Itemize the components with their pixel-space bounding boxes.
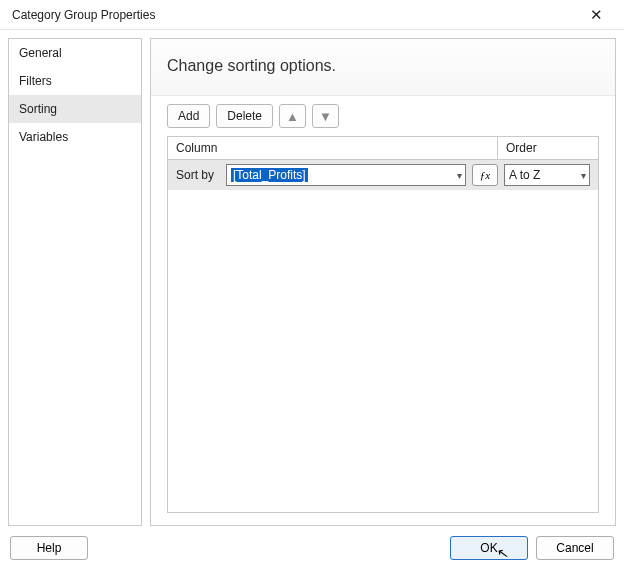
sort-toolbar: Add Delete ▲ ▼ — [167, 104, 599, 128]
delete-button[interactable]: Delete — [216, 104, 273, 128]
delete-button-label: Delete — [227, 109, 262, 123]
column-header-order: Order — [498, 137, 598, 159]
window-title: Category Group Properties — [12, 8, 576, 22]
ok-button[interactable]: OK ↖ — [450, 536, 528, 560]
sidebar-item-general[interactable]: General — [9, 39, 141, 67]
move-up-button[interactable]: ▲ — [279, 104, 306, 128]
sort-row-label: Sort by — [176, 168, 220, 182]
sort-order-combo[interactable]: A to Z ▾ — [504, 164, 590, 186]
dialog-window: Category Group Properties ✕ General Filt… — [0, 0, 624, 570]
main-header: Change sorting options. — [151, 39, 615, 96]
chevron-down-icon: ▾ — [581, 170, 586, 181]
sort-order-value: A to Z — [509, 168, 540, 182]
page-heading: Change sorting options. — [167, 57, 599, 75]
titlebar: Category Group Properties ✕ — [0, 0, 624, 30]
ok-button-label: OK — [480, 541, 497, 555]
sort-expression-value: [Total_Profits] — [231, 168, 308, 182]
help-button[interactable]: Help — [10, 536, 88, 560]
dialog-body: General Filters Sorting Variables Change… — [0, 30, 624, 530]
fx-icon: ƒx — [480, 169, 490, 181]
dialog-footer: Help OK ↖ Cancel — [0, 530, 624, 570]
sort-grid-header: Column Order — [168, 137, 598, 160]
sidebar-item-filters[interactable]: Filters — [9, 67, 141, 95]
cancel-button-label: Cancel — [556, 541, 593, 555]
add-button[interactable]: Add — [167, 104, 210, 128]
sidebar-item-label: Filters — [19, 74, 52, 88]
sort-grid: Column Order Sort by [Total_Profits] ▾ ƒ… — [167, 136, 599, 513]
help-button-label: Help — [37, 541, 62, 555]
sidebar-item-label: General — [19, 46, 62, 60]
cursor-icon: ↖ — [496, 544, 511, 562]
add-button-label: Add — [178, 109, 199, 123]
sidebar-item-label: Sorting — [19, 102, 57, 116]
column-header-column: Column — [168, 137, 498, 159]
sidebar-item-sorting[interactable]: Sorting — [9, 95, 141, 123]
sort-expression-combo[interactable]: [Total_Profits] ▾ — [226, 164, 466, 186]
arrow-down-icon: ▼ — [319, 109, 332, 124]
arrow-up-icon: ▲ — [286, 109, 299, 124]
chevron-down-icon: ▾ — [457, 170, 462, 181]
cancel-button[interactable]: Cancel — [536, 536, 614, 560]
expression-builder-button[interactable]: ƒx — [472, 164, 498, 186]
sidebar-item-variables[interactable]: Variables — [9, 123, 141, 151]
sort-row: Sort by [Total_Profits] ▾ ƒx A to Z ▾ — [168, 160, 598, 190]
move-down-button[interactable]: ▼ — [312, 104, 339, 128]
nav-sidebar: General Filters Sorting Variables — [8, 38, 142, 526]
close-icon: ✕ — [590, 6, 603, 24]
main-panel: Change sorting options. Add Delete ▲ ▼ — [150, 38, 616, 526]
sort-grid-empty-area — [168, 190, 598, 512]
main-content: Add Delete ▲ ▼ Column O — [151, 96, 615, 525]
sidebar-item-label: Variables — [19, 130, 68, 144]
close-button[interactable]: ✕ — [576, 1, 616, 29]
